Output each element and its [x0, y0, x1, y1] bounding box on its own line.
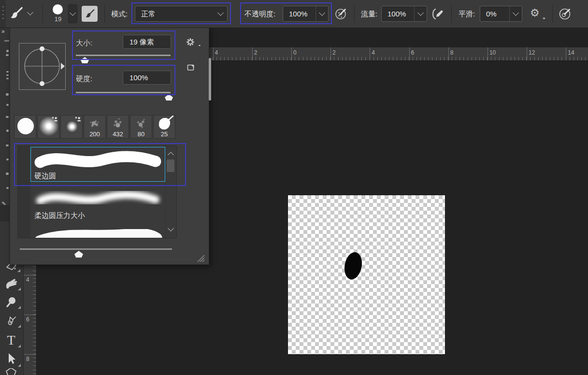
hardness-input[interactable]: 100%	[123, 71, 171, 85]
smoothing-value: 0%	[480, 6, 509, 21]
ruler-major-tick	[370, 47, 370, 60]
tool-preset-chevron-icon[interactable]	[27, 9, 33, 15]
opacity-field[interactable]: 100%	[283, 6, 329, 22]
new-preset-icon[interactable]	[186, 62, 196, 72]
ruler-major-tick	[213, 47, 214, 60]
mode-select[interactable]: 正常	[135, 6, 228, 22]
type-tool-icon: T	[7, 334, 15, 346]
brush-preset-tile[interactable]: 80	[130, 115, 152, 139]
ruler-number: 4	[372, 49, 375, 56]
pen-tool-icon	[5, 315, 17, 327]
options-bar-grip[interactable]	[0, 0, 6, 28]
brush-preset-tile[interactable]	[60, 115, 83, 139]
panel-gear-icon[interactable]	[185, 37, 197, 48]
flow-value: 100%	[382, 6, 414, 21]
ruler-number: 0	[293, 49, 297, 56]
size-slider[interactable]	[76, 55, 171, 56]
scroll-up-icon[interactable]	[168, 152, 174, 158]
shape-tool[interactable]	[4, 368, 18, 375]
preview-size-slider[interactable]	[20, 248, 172, 250]
brush-preset-preview[interactable]: 19	[48, 3, 68, 25]
flow-label: 流量:	[361, 10, 377, 19]
ruler-number: 12	[529, 49, 535, 56]
chevron-down-icon	[417, 10, 424, 16]
soft-round-small-tip-icon	[66, 121, 78, 132]
ruler-number: 6	[26, 316, 29, 323]
hardness-slider-thumb[interactable]	[165, 94, 173, 101]
ruler-number: 4	[26, 276, 29, 283]
canvas[interactable]	[288, 195, 445, 354]
ruler-major-tick	[23, 315, 36, 315]
panel-scrollbar[interactable]	[209, 58, 211, 101]
scroll-down-icon[interactable]	[168, 225, 174, 231]
scatter-tip-icon	[84, 115, 105, 131]
ruler-major-tick	[291, 47, 292, 60]
ruler-number: 4	[215, 49, 218, 56]
brush-size-badge: 19	[48, 15, 68, 23]
brush-preset-tile[interactable]: 200	[84, 115, 106, 139]
toolbar-collapse-button[interactable]: »	[1, 28, 5, 35]
brush-preset-tile[interactable]	[14, 115, 36, 139]
paint-dot	[340, 247, 369, 286]
ruler-major-tick	[23, 275, 36, 275]
brush-list-scrollbar[interactable]	[165, 146, 176, 238]
hard-round-tip-icon	[17, 118, 34, 134]
brush-preset-picker-toggle[interactable]	[68, 4, 77, 23]
smudge-tool[interactable]	[4, 276, 18, 291]
brush-angle-control[interactable]	[19, 43, 66, 90]
hardness-label: 硬度:	[76, 74, 92, 84]
path-selection-tool[interactable]	[4, 352, 18, 366]
gear-dropdown-arrow-icon	[199, 45, 201, 46]
toggle-brush-settings-button[interactable]	[82, 6, 98, 22]
size-slider-thumb[interactable]	[81, 57, 89, 63]
ruler-number: 2	[332, 49, 336, 56]
ruler-number: 10	[489, 49, 496, 56]
brush-preset-tile[interactable]: 432	[107, 115, 129, 139]
scatter-tip-icon	[130, 115, 152, 131]
ruler-number: 2	[254, 49, 258, 56]
pen-tool[interactable]	[4, 314, 18, 328]
ruler-major-tick	[409, 47, 410, 60]
flow-field[interactable]: 100%	[381, 6, 427, 22]
opacity-value: 100%	[283, 6, 316, 21]
airbrush-icon[interactable]	[430, 7, 445, 21]
smoothing-field[interactable]: 0%	[480, 6, 522, 22]
brush-preset-tile[interactable]: 25	[153, 115, 175, 139]
shape-tool-icon	[5, 368, 17, 375]
brush-preset-panel: 大小: 19 像素 硬度: 100%	[10, 28, 209, 265]
ruler-major-tick	[488, 47, 488, 60]
type-tool[interactable]: T	[4, 333, 18, 347]
tablet-pressure-size-icon[interactable]	[558, 7, 573, 21]
dodge-tool-icon	[5, 296, 17, 308]
brush-panel-icon	[85, 9, 95, 19]
scrollbar-thumb[interactable]	[167, 159, 174, 172]
preview-size-slider-thumb[interactable]	[74, 251, 83, 258]
size-input[interactable]: 19 像素	[123, 35, 171, 49]
brush-list-item[interactable]	[18, 222, 167, 238]
ruler-major-tick	[448, 47, 449, 60]
hardness-slider[interactable]	[76, 92, 171, 93]
panel-resize-grip[interactable]	[196, 253, 204, 262]
brush-preset-tile[interactable]	[37, 115, 59, 139]
tool-options-bar: 19 模式: 正常 不透明度: 100%	[0, 0, 588, 28]
brush-list-item[interactable]: 硬边圆	[18, 146, 167, 183]
brush-tool-icon[interactable]	[9, 6, 24, 21]
ruler-number: 6	[411, 49, 415, 56]
ruler-number: 14	[568, 49, 574, 56]
tablet-pressure-opacity-icon[interactable]	[334, 7, 348, 21]
brush-name: 硬边圆	[34, 172, 56, 181]
ruler-major-tick	[527, 47, 527, 60]
size-value: 19 像素	[129, 38, 154, 46]
pen-pressure-badge-icon	[52, 116, 58, 122]
brush-list: 硬边圆 柔边圆压力大小	[17, 145, 177, 238]
brush-list-item[interactable]: 柔边圆压力大小	[18, 183, 167, 222]
ruler-major-tick	[252, 47, 253, 60]
brush-stroke-preview	[32, 187, 163, 210]
mode-value: 正常	[135, 6, 218, 21]
brush-stroke-preview	[32, 149, 163, 171]
photoshop-window: 4202468101214 468 »	[0, 0, 588, 375]
dodge-tool[interactable]	[4, 295, 18, 309]
smoothing-options-gear-icon[interactable]: ⚙	[530, 7, 540, 19]
chevron-down-icon	[513, 10, 519, 16]
toolbar-grip[interactable]	[4, 40, 9, 42]
